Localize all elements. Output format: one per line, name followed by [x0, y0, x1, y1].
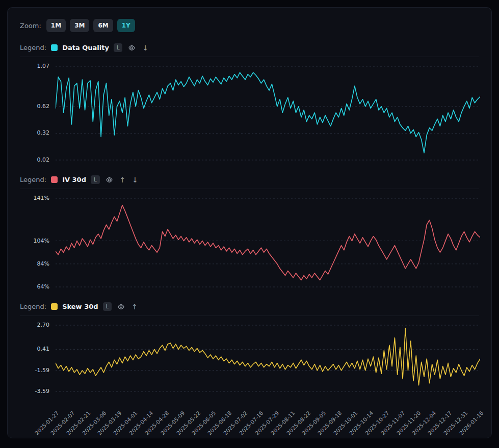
- skew-30d-line: [56, 328, 480, 385]
- y-axis-labels: 2.700.41-1.59-3.59: [20, 322, 56, 394]
- move-down-icon[interactable]: ↓: [131, 176, 139, 183]
- skew-30d-plot-canvas: [56, 322, 480, 394]
- y-tick-label: -1.59: [35, 367, 49, 374]
- y-tick-label: 0.62: [37, 103, 50, 110]
- eye-icon[interactable]: [104, 177, 114, 183]
- iv-30d-line: [56, 205, 480, 280]
- y-tick-label: 1.07: [37, 63, 50, 69]
- move-up-icon[interactable]: ↑: [119, 176, 127, 183]
- data-quality-plot-canvas: [56, 63, 480, 163]
- log-scale-badge[interactable]: L: [103, 302, 112, 311]
- y-tick-label: 104%: [34, 238, 49, 244]
- iv-30d-chart[interactable]: 141%104%84%64%: [20, 195, 479, 290]
- series-swatch: [51, 303, 58, 310]
- skew-30d-chart[interactable]: 2.700.41-1.59-3.59: [20, 322, 479, 394]
- legend-row-data-quality: Legend: Data Quality L ↓: [20, 43, 479, 57]
- move-up-icon[interactable]: ↑: [130, 303, 139, 310]
- series-name: IV 30d: [62, 176, 86, 183]
- plot-area[interactable]: [56, 63, 480, 163]
- x-axis: 2025-01-272025-02-072025-02-212025-03-06…: [56, 407, 480, 440]
- y-axis-labels: 1.070.620.320.02: [20, 63, 56, 163]
- zoom-label: Zoom:: [20, 22, 41, 30]
- series-swatch: [51, 44, 58, 51]
- legend-label: Legend:: [20, 303, 46, 310]
- iv-30d-plot-canvas: [56, 195, 480, 290]
- log-scale-badge[interactable]: L: [91, 175, 100, 184]
- y-tick-label: 64%: [37, 283, 49, 290]
- eye-icon[interactable]: [127, 45, 137, 51]
- y-tick-label: 141%: [34, 195, 49, 201]
- zoom-controls: Zoom: 1M 3M 6M 1Y: [20, 19, 479, 32]
- series-name: Skew 30d: [62, 303, 98, 310]
- zoom-button-1m[interactable]: 1M: [46, 19, 66, 32]
- zoom-button-1y[interactable]: 1Y: [117, 19, 135, 32]
- legend-row-iv-30d: Legend: IV 30d L ↑ ↓: [20, 175, 479, 189]
- zoom-button-6m[interactable]: 6M: [93, 19, 113, 32]
- legend-label: Legend:: [20, 176, 46, 183]
- series-swatch: [51, 176, 58, 183]
- y-tick-label: 0.41: [37, 346, 50, 352]
- legend-label: Legend:: [20, 44, 46, 51]
- eye-icon[interactable]: [116, 304, 126, 310]
- chart-dashboard-card: Zoom: 1M 3M 6M 1Y Legend: Data Quality L…: [7, 7, 492, 438]
- y-tick-label: 0.32: [37, 129, 50, 136]
- y-axis-labels: 141%104%84%64%: [20, 195, 56, 290]
- y-tick-label: 2.70: [37, 322, 50, 328]
- y-tick-label: 84%: [37, 260, 49, 267]
- zoom-button-3m[interactable]: 3M: [70, 19, 89, 32]
- legend-row-skew-30d: Legend: Skew 30d L ↑: [20, 302, 479, 316]
- data-quality-chart[interactable]: 1.070.620.320.02: [20, 63, 479, 163]
- y-tick-label: -3.59: [35, 388, 49, 394]
- plot-area[interactable]: [56, 195, 480, 290]
- data-quality-line: [56, 72, 480, 153]
- log-scale-badge[interactable]: L: [114, 43, 123, 52]
- y-tick-label: 0.02: [37, 156, 50, 163]
- plot-area[interactable]: [56, 322, 480, 394]
- move-down-icon[interactable]: ↓: [141, 44, 149, 51]
- series-name: Data Quality: [62, 44, 109, 51]
